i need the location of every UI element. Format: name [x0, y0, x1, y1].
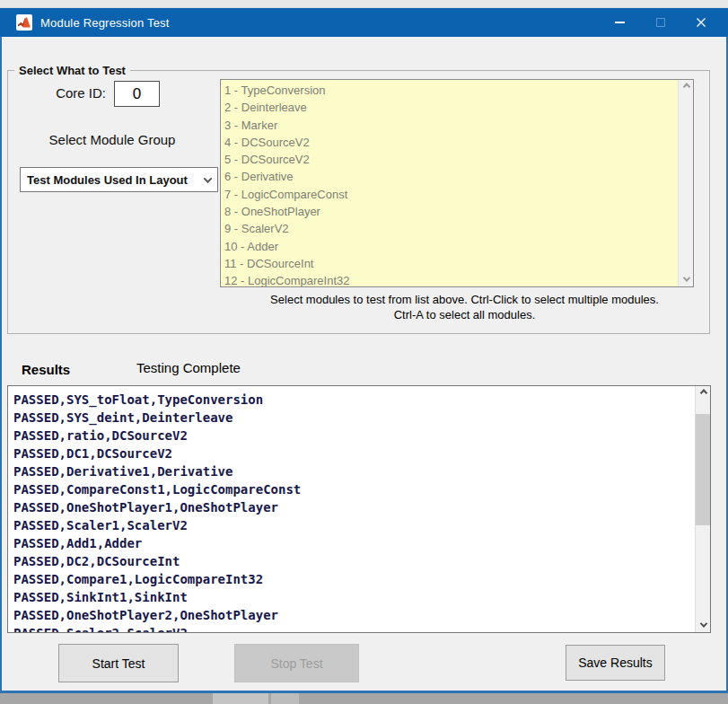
background-bottom-segment	[271, 693, 299, 704]
scroll-up-button[interactable]	[696, 386, 711, 401]
results-scrollbar[interactable]	[695, 386, 710, 632]
module-list-item[interactable]: 10 - Adder	[221, 238, 678, 255]
scrollbar-thumb[interactable]	[696, 414, 711, 525]
maximize-button	[640, 8, 680, 37]
module-list-item[interactable]: 2 - Deinterleave	[221, 99, 678, 116]
module-list-item[interactable]: 4 - DCSourceV2	[221, 134, 678, 151]
scroll-down-button[interactable]	[696, 617, 711, 632]
result-line[interactable]: PASSED,Add1,Adder	[13, 534, 694, 552]
hint-line-1: Select modules to test from list above. …	[224, 293, 705, 308]
result-line[interactable]: PASSED,ratio,DCSourceV2	[13, 427, 694, 444]
result-line[interactable]: PASSED,OneShotPlayer1,OneShotPlayer	[13, 498, 694, 516]
chevron-up-icon	[699, 389, 706, 396]
module-listbox[interactable]: 1 - TypeConversion2 - Deinterleave3 - Ma…	[220, 79, 694, 287]
matlab-app-icon	[16, 14, 32, 31]
chevron-down-icon	[699, 620, 706, 627]
results-listbox[interactable]: PASSED,SYS_toFloat,TypeConversionPASSED,…	[7, 385, 711, 633]
titlebar-controls	[600, 8, 721, 37]
module-group-label: Select Module Group	[27, 132, 197, 147]
results-label: Results	[22, 362, 70, 377]
core-id-input[interactable]	[114, 81, 160, 107]
background-top-strip	[0, 0, 728, 8]
hint-line-2: Ctrl-A to select all modules.	[224, 308, 705, 323]
module-select-hint: Select modules to test from list above. …	[224, 293, 705, 322]
result-line[interactable]: PASSED,Compare1,LogicCompareInt32	[13, 570, 694, 588]
scroll-down-button[interactable]	[679, 271, 694, 286]
groupbox-legend: Select What to Test	[14, 64, 130, 77]
result-line[interactable]: PASSED,CompareConst1,LogicCompareConst	[13, 480, 694, 498]
window-border	[0, 691, 728, 693]
module-list-item[interactable]: 5 - DCSourceV2	[221, 151, 678, 168]
screen: Module Regression Test Select What to Te…	[0, 0, 728, 704]
minimize-button[interactable]	[600, 8, 640, 37]
module-list-item[interactable]: 11 - DCSourceInt	[221, 255, 678, 272]
close-icon	[695, 16, 707, 29]
module-list-item[interactable]: 1 - TypeConversion	[221, 82, 678, 99]
result-line[interactable]: PASSED,Scaler1,ScalerV2	[13, 516, 694, 534]
result-line[interactable]: PASSED,SYS_toFloat,TypeConversion	[13, 391, 694, 409]
stop-test-button: Stop Test	[234, 644, 359, 682]
window-title: Module Regression Test	[40, 16, 170, 30]
core-id-label: Core ID:	[36, 85, 106, 101]
results-lines: PASSED,SYS_toFloat,TypeConversionPASSED,…	[13, 391, 694, 632]
close-button[interactable]	[680, 8, 721, 37]
module-list-item[interactable]: 12 - LogicCompareInt32	[221, 272, 678, 287]
module-group-dropdown-value: Test Modules Used In Layout	[21, 173, 197, 187]
dropdown-chevron-box	[197, 168, 217, 191]
maximize-icon	[656, 18, 665, 27]
title-bar: Module Regression Test	[0, 8, 728, 37]
scroll-up-button[interactable]	[679, 80, 694, 95]
result-line[interactable]: PASSED,OneShotPlayer2,OneShotPlayer	[13, 606, 694, 624]
background-bottom-segment	[213, 693, 268, 704]
result-line[interactable]: PASSED,Scaler2,ScalerV2	[13, 624, 694, 632]
result-line[interactable]: PASSED,DC1,DCSourceV2	[13, 444, 694, 462]
module-list-scrollbar[interactable]	[678, 80, 693, 286]
result-line[interactable]: PASSED,Derivative1,Derivative	[13, 462, 694, 480]
chevron-up-icon	[682, 83, 689, 90]
result-line[interactable]: PASSED,SYS_deint,Deinterleave	[13, 409, 694, 427]
testing-status-text: Testing Complete	[136, 360, 241, 375]
start-test-button[interactable]: Start Test	[58, 644, 179, 682]
minimize-icon	[615, 22, 625, 23]
result-line[interactable]: PASSED,DC2,DCSourceInt	[13, 552, 694, 570]
module-list-item[interactable]: 6 - Derivative	[221, 168, 678, 185]
save-results-button[interactable]: Save Results	[566, 645, 665, 681]
result-line[interactable]: PASSED,SinkInt1,SinkInt	[13, 588, 694, 606]
window-border	[0, 37, 2, 693]
chevron-down-icon	[203, 174, 212, 183]
matlab-logo-icon	[18, 17, 31, 28]
module-list-item[interactable]: 8 - OneShotPlayer	[221, 203, 678, 220]
background-bottom-strip	[0, 693, 728, 704]
module-list-item[interactable]: 3 - Marker	[221, 117, 678, 134]
module-list-item[interactable]: 7 - LogicCompareConst	[221, 186, 678, 203]
chevron-down-icon	[682, 274, 689, 281]
module-list-item[interactable]: 9 - ScalerV2	[221, 220, 678, 237]
module-group-dropdown[interactable]: Test Modules Used In Layout	[20, 167, 218, 192]
module-list-items: 1 - TypeConversion2 - Deinterleave3 - Ma…	[221, 82, 678, 287]
